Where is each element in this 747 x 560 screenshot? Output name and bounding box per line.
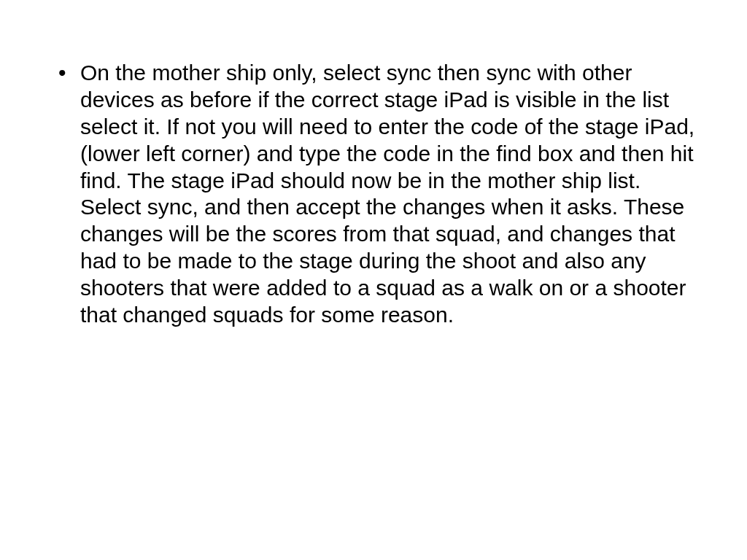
bullet-list: On the mother ship only, select sync the… xyxy=(51,60,696,329)
bullet-item: On the mother ship only, select sync the… xyxy=(51,60,696,329)
slide-content: On the mother ship only, select sync the… xyxy=(0,0,747,560)
